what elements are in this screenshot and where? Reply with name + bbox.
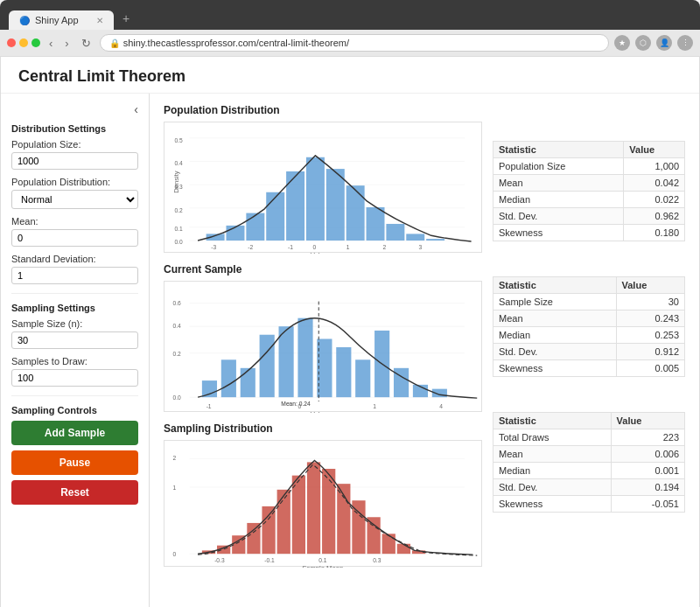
svg-text:Sample Mean: Sample Mean — [302, 564, 343, 568]
svg-rect-78 — [367, 517, 380, 554]
charts-column: Population Distribution 0.5 0.4 0.3 0.2 … — [164, 104, 482, 604]
population-size-input[interactable] — [11, 152, 138, 170]
stat-cell: Mean — [494, 446, 612, 463]
svg-rect-46 — [298, 318, 312, 398]
stat-cell: Mean — [494, 310, 617, 327]
value-cell: -0.051 — [611, 496, 684, 513]
population-distribution-label: Population Distribution: — [11, 177, 138, 187]
reload-button[interactable]: ↻ — [78, 36, 94, 51]
svg-text:-1: -1 — [206, 403, 212, 409]
svg-rect-17 — [286, 171, 304, 241]
pause-button[interactable]: Pause — [11, 450, 138, 475]
stat-cell: Skewness — [494, 360, 617, 377]
sampling-dist-title: Sampling Distribution — [164, 422, 482, 435]
back-button[interactable]: ‹ — [46, 36, 56, 51]
svg-text:-0.3: -0.3 — [214, 557, 225, 563]
bookmark-icon[interactable]: ★ — [614, 35, 630, 51]
browser-chrome: 🔵 Shiny App ✕ + — [0, 0, 700, 30]
menu-icon[interactable]: ⋮ — [677, 35, 693, 51]
maximize-traffic-light[interactable] — [32, 38, 40, 47]
close-traffic-light[interactable] — [7, 38, 16, 47]
divider-1 — [11, 293, 138, 294]
table-row: Skewness0.005 — [494, 360, 685, 377]
svg-rect-51 — [394, 368, 409, 397]
svg-text:Mean: 0.24: Mean: 0.24 — [281, 401, 311, 407]
stats-column: Statistic Value Population Size1,000Mean… — [493, 104, 685, 604]
svg-rect-75 — [322, 469, 335, 554]
svg-rect-16 — [266, 192, 284, 241]
svg-rect-23 — [406, 234, 424, 241]
pop-stat-col-header: Statistic — [494, 142, 624, 158]
add-sample-button[interactable]: Add Sample — [11, 421, 138, 445]
sampling-dist-stats-table: Statistic Value Total Draws223Mean0.006M… — [493, 412, 685, 513]
svg-text:Density: Density — [172, 171, 180, 193]
population-chart-area: 0.5 0.4 0.3 0.2 0.1 0.0 Density — [164, 122, 482, 253]
svg-text:0.0: 0.0 — [174, 239, 183, 245]
sdist-value-col-header: Value — [611, 413, 684, 429]
std-dev-label: Standard Deviation: — [11, 254, 138, 264]
svg-text:Value: Value — [311, 410, 327, 413]
current-sample-section: Current Sample 0.6 0.4 0.2 0.0 — [164, 263, 482, 412]
table-row: Population Size1,000 — [494, 158, 685, 175]
svg-rect-45 — [279, 326, 294, 397]
sidebar-collapse-button[interactable]: ‹ — [11, 102, 138, 116]
mean-input[interactable] — [11, 229, 138, 247]
value-cell: 30 — [616, 294, 684, 310]
table-row: Median0.001 — [494, 463, 685, 479]
svg-rect-49 — [355, 359, 370, 397]
table-row: Median0.253 — [494, 327, 685, 344]
population-size-label: Population Size: — [11, 139, 138, 150]
samples-to-draw-input[interactable] — [11, 369, 138, 387]
sample-size-input[interactable] — [11, 331, 138, 349]
reset-button[interactable]: Reset — [11, 480, 138, 505]
svg-rect-73 — [292, 476, 305, 555]
main-content: Population Distribution 0.5 0.4 0.3 0.2 … — [150, 94, 699, 607]
url-bar[interactable]: 🔒 shiny.thecastlessprofessor.com/central… — [100, 34, 609, 52]
svg-text:1: 1 — [346, 244, 350, 250]
browser-controls: ‹ › ↻ 🔒 shiny.thecastlessprofessor.com/c… — [0, 30, 700, 56]
page-title-area: Central Limit Theorem — [1, 57, 699, 94]
value-cell: 0.006 — [611, 446, 684, 463]
new-tab-button[interactable]: + — [116, 7, 136, 30]
app-container: Central Limit Theorem ‹ Distribution Set… — [0, 56, 700, 607]
current-sample-svg: 0.6 0.4 0.2 0.0 — [164, 282, 481, 413]
svg-text:0.1: 0.1 — [174, 226, 183, 232]
svg-text:-0.1: -0.1 — [264, 557, 275, 563]
svg-text:0: 0 — [173, 551, 177, 557]
current-sample-chart-area: 0.6 0.4 0.2 0.0 — [164, 281, 482, 412]
value-cell: 0.005 — [616, 360, 684, 377]
value-cell: 0.042 — [624, 175, 685, 192]
value-cell: 1,000 — [624, 158, 685, 175]
population-chart-svg: 0.5 0.4 0.3 0.2 0.1 0.0 Density — [164, 122, 481, 254]
table-row: Std. Dev.0.194 — [494, 479, 685, 496]
value-cell: 0.962 — [624, 208, 685, 225]
stat-cell: Sample Size — [494, 294, 617, 310]
tab-close-icon[interactable]: ✕ — [96, 16, 103, 25]
svg-text:0.2: 0.2 — [173, 351, 182, 357]
population-distribution-select[interactable]: Normal Uniform Exponential Skewed — [11, 190, 138, 209]
std-dev-input[interactable] — [11, 267, 138, 284]
profile-icon[interactable]: 👤 — [656, 35, 672, 51]
forward-button[interactable]: › — [61, 36, 72, 51]
sample-size-group: Sample Size (n): — [11, 318, 138, 349]
svg-text:-3: -3 — [211, 244, 216, 250]
stat-cell: Std. Dev. — [494, 208, 624, 225]
table-row: Skewness0.180 — [494, 225, 685, 241]
current-sample-stats-table: Statistic Value Sample Size30Mean0.243Me… — [493, 276, 685, 377]
sample-stat-col-header: Statistic — [494, 277, 617, 294]
extensions-icon[interactable]: ⬡ — [635, 35, 651, 51]
svg-text:0.4: 0.4 — [173, 323, 182, 329]
minimize-traffic-light[interactable] — [19, 38, 28, 47]
table-row: Total Draws223 — [494, 429, 685, 446]
samples-to-draw-label: Samples to Draw: — [11, 356, 138, 366]
svg-rect-48 — [336, 347, 351, 397]
main-layout: ‹ Distribution Settings Population Size:… — [1, 94, 699, 607]
svg-rect-70 — [247, 523, 260, 554]
svg-text:0.6: 0.6 — [173, 300, 182, 306]
svg-text:0.0: 0.0 — [173, 394, 182, 401]
svg-rect-79 — [382, 534, 396, 554]
browser-tab-active[interactable]: 🔵 Shiny App ✕ — [9, 10, 114, 30]
table-row: Std. Dev.0.962 — [494, 208, 685, 225]
current-sample-title: Current Sample — [164, 263, 482, 276]
svg-text:0: 0 — [298, 403, 301, 409]
